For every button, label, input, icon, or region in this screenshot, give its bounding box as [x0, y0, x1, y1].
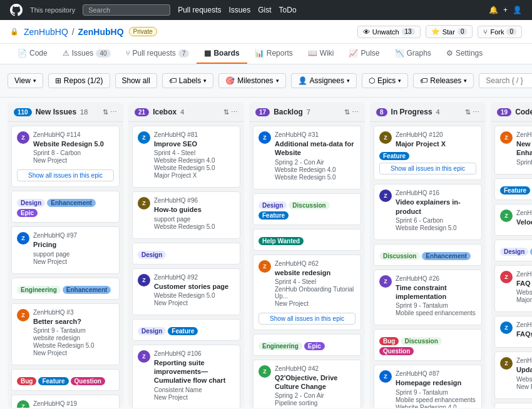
subnav-pulse[interactable]: 📈 Pulse: [341, 44, 387, 64]
card-sub2: New Project: [154, 300, 228, 306]
card-title: Time constraint implementation: [396, 283, 476, 301]
card[interactable]: Z ZenHubHQ #26Time constraint implementa…: [374, 270, 482, 326]
card[interactable]: Feature: [494, 178, 532, 200]
card[interactable]: Z ZenHubHQ #31Additional meta-data for W…: [253, 126, 361, 189]
top-nav-links: Pull requests Issues Gist ToDo: [178, 6, 296, 14]
card[interactable]: Z ZenHubHQ #58Update logo on the w...Web…: [494, 351, 532, 398]
column-count: 19: [497, 108, 511, 116]
card[interactable]: Z ZenHubHQ #92Customer stories pageWebsi…: [132, 268, 240, 315]
subnav-pullrequests[interactable]: ⑂ Pull requests 7: [118, 44, 197, 64]
issues-link[interactable]: Issues: [229, 6, 251, 14]
subnav-graphs[interactable]: 📉 Graphs: [387, 44, 439, 64]
repo-owner-link[interactable]: ZenHubHQ: [24, 27, 68, 37]
card[interactable]: DiscussionEnhancement: [374, 244, 482, 266]
subnav-boards[interactable]: ▦ Boards: [197, 44, 247, 64]
card[interactable]: DesignFeature: [132, 319, 240, 341]
subnav-issues[interactable]: ⚠ Issues 40: [55, 44, 118, 64]
card[interactable]: Z ZenHubHQ #85FAQ page redesignWebsite r…: [494, 265, 532, 312]
card[interactable]: DesignEnhancement: [494, 240, 532, 261]
plus-icon[interactable]: +: [503, 6, 508, 14]
label-feature: Feature: [379, 152, 409, 160]
column-header-in-progress: 8 In Progress 4 ⇅ ⋯: [370, 103, 486, 122]
repos-button[interactable]: ⊞ Repos (1/2): [48, 73, 110, 88]
board: 110 New Issues 18 ⇅ ⋯ Z ZenHubHQ #114Web…: [0, 98, 532, 409]
card[interactable]: Z ZenHubHQ #96How-to guidessupport pageW…: [132, 191, 240, 238]
card-title: Reporting suite improvements— Cumulative…: [154, 358, 235, 385]
card-header: Z ZenHubHQ #26Time constraint implementa…: [379, 275, 476, 318]
fork-button[interactable]: ⑂ Fork 0: [478, 26, 522, 38]
column-actions[interactable]: ⇅ ⋯: [223, 108, 238, 116]
label-helpwanted: Help Wanted: [258, 237, 304, 245]
column-backlog: 17 Backlog 7 ⇅ ⋯ Z ZenHubHQ #31Additiona…: [249, 103, 365, 408]
column-actions[interactable]: ⇅ ⋯: [103, 108, 117, 116]
card[interactable]: Z ZenHubHQ #108FAQs: [494, 316, 532, 348]
card[interactable]: BugDiscussionQuestion: [374, 329, 482, 361]
gist-link[interactable]: Gist: [258, 6, 271, 14]
card[interactable]: Z ZenHubHQ #81Improve SEOSprint 4 - Stee…: [132, 126, 240, 188]
card-meta: ZenHubHQ #108: [516, 321, 532, 328]
card[interactable]: Z ZenHubHQ #106Reporting suite improveme…: [132, 345, 240, 408]
card-header: Z ZenHubHQ #42Q2'Objective, Drive Cultur…: [258, 365, 356, 408]
repo-name-link[interactable]: ZenHubHQ: [78, 27, 123, 37]
card-title: Q2'Objective, Drive Culture Change: [275, 373, 356, 391]
subnav-code[interactable]: 📄 Code: [10, 44, 55, 64]
show-all-issues-button[interactable]: Show all issues in this epic: [17, 169, 114, 181]
column-header-backlog: 17 Backlog 7 ⇅ ⋯: [249, 103, 365, 122]
view-button[interactable]: View ▾: [8, 73, 43, 88]
card-sub1: Sprint 8 - Carbon: [516, 159, 532, 166]
card[interactable]: Z ZenHubHQ #16Video explainers in-produc…: [374, 184, 482, 240]
labels-button[interactable]: 🏷 Labels ▾: [162, 73, 213, 88]
top-nav-right: 🔔 + 👤: [489, 6, 522, 14]
column-icebox: 21 Icebox 4 ⇅ ⋯ Z ZenHubHQ #81Improve SE…: [128, 103, 244, 408]
show-all-issues-button[interactable]: Show all issues in this epic: [379, 163, 476, 174]
epics-button[interactable]: ⬡ Epics ▾: [362, 73, 408, 88]
user-avatar[interactable]: 👤: [513, 6, 522, 14]
todo-link[interactable]: ToDo: [279, 6, 297, 14]
card-meta: ZenHubHQ #85: [516, 271, 532, 278]
card[interactable]: DesignDiscussionFeature: [253, 193, 361, 225]
card-sub1: Sprint 9 - Tantalum: [396, 389, 476, 396]
show-all-issues-button[interactable]: Show all issues in this epic: [258, 313, 356, 325]
board-toolbar: View ▾ ⊞ Repos (1/2) Show all 🏷 Labels ▾…: [0, 64, 532, 98]
card[interactable]: Z ZenHubHQ #111Velocity UI enhanc...: [494, 204, 532, 236]
card[interactable]: DesignEnhancementEpic: [11, 191, 120, 223]
bell-icon[interactable]: 🔔: [489, 6, 498, 14]
card[interactable]: Z ZenHubHQ #114Website Redesign 5.0Sprin…: [11, 126, 120, 187]
pull-requests-link[interactable]: Pull requests: [178, 6, 221, 14]
card-sub1: Website redesign 3.0: [516, 289, 532, 296]
card[interactable]: EngineeringEnhancement: [11, 278, 120, 300]
star-button[interactable]: ⭐ Star 0: [426, 25, 473, 38]
unwatch-button[interactable]: 👁 Unwatch 13: [357, 26, 421, 38]
card[interactable]: Z ZenHubHQ #15New Velocity Chart Enhance…: [494, 126, 532, 174]
card[interactable]: EngineeringEpic: [253, 334, 361, 356]
board-search-input[interactable]: [479, 73, 532, 88]
column-actions[interactable]: ⇅ ⋯: [465, 108, 479, 116]
card[interactable]: BugFeatureQuestion: [11, 369, 120, 391]
card[interactable]: DesignEnhancement: [494, 403, 532, 408]
subnav-reports[interactable]: 📊 Reports: [247, 44, 300, 64]
card-title: Video explainers in-product: [396, 198, 476, 216]
card[interactable]: Z ZenHubHQ #87Homepage redesignSprint 9 …: [374, 365, 482, 408]
assignees-button[interactable]: 👤 Assignees ▾: [291, 73, 357, 88]
avatar: Z: [17, 131, 29, 144]
milestones-button[interactable]: 🎯 Milestones ▾: [218, 73, 285, 88]
subnav-wiki[interactable]: 📖 Wiki: [300, 44, 342, 64]
subnav-settings[interactable]: ⚙ Settings: [439, 44, 490, 64]
show-all-button[interactable]: Show all: [115, 73, 157, 88]
top-search-input[interactable]: [83, 4, 170, 16]
card[interactable]: Z ZenHubHQ #42Q2'Objective, Drive Cultur…: [253, 360, 361, 408]
column-actions[interactable]: ⇅ ⋯: [344, 108, 359, 116]
card-header: Z ZenHubHQ #120Major Project X: [379, 131, 476, 149]
card-sub1: support page: [154, 216, 215, 223]
card[interactable]: Z ZenHubHQ #62website redesignSprint 4 -…: [253, 255, 361, 330]
label-question: Question: [71, 377, 105, 385]
card[interactable]: Z ZenHubHQ #3Better search?Sprint 9 - Ta…: [11, 303, 120, 365]
card[interactable]: Z ZenHubHQ #120Major Project XFeatureSho…: [374, 126, 482, 180]
card-labels: BugFeatureQuestion: [17, 377, 114, 385]
label-bug: Bug: [17, 377, 36, 385]
card[interactable]: Help Wanted: [253, 229, 361, 251]
card[interactable]: Design: [132, 243, 240, 265]
releases-button[interactable]: 🏷 Releases ▾: [413, 73, 474, 88]
card[interactable]: Z ZenHubHQ #19UI updates and bugsSprint …: [11, 395, 120, 408]
card[interactable]: Z ZenHubHQ #97Pricingsupport pageNew Pro…: [11, 226, 120, 273]
